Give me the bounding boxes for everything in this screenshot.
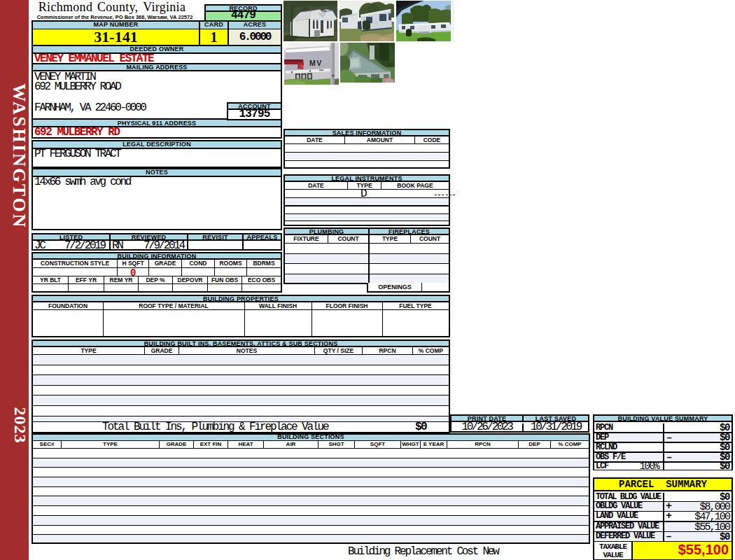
svg-text:MV: MV — [309, 59, 323, 67]
